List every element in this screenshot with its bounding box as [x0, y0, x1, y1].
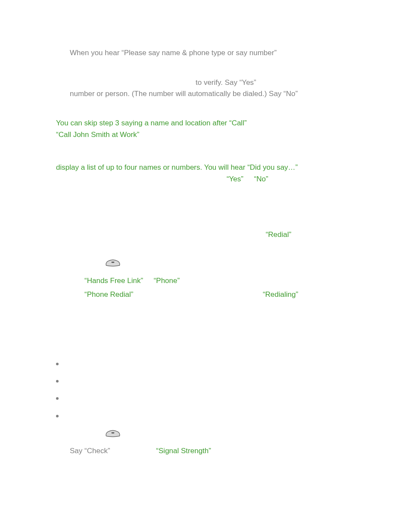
- tip2-yes-quote: “Yes”: [227, 175, 243, 183]
- redial-s2-q2: “Phone”: [154, 277, 180, 285]
- redial-intro-a: This feature allows you to redial the la…: [56, 230, 266, 239]
- tip2-no-quote: “No”: [254, 175, 268, 183]
- redial-step-2: Say “Hands Free Link” or “Phone” clearly…: [70, 275, 368, 286]
- tip-skip-step: You can skip step 3 saying a name and lo…: [56, 118, 368, 140]
- step4-end: to cancel.: [298, 90, 331, 98]
- copyright: ©2014 VOXX International: [56, 498, 368, 509]
- svg-rect-1: [111, 432, 114, 433]
- battery-step-1: Press the voice button on the steering w…: [70, 428, 368, 443]
- tip-did-you-say: If HandsFreeLink does not recognize the …: [56, 151, 368, 196]
- redial-s2-b: clearly.: [180, 277, 204, 285]
- step4-mid: to verify. Say: [196, 78, 240, 87]
- tip1-a: You can skip step 3 saying a name and lo…: [56, 119, 229, 127]
- bullet-icon: [56, 397, 59, 400]
- battery-b2: Roaming status: [65, 376, 368, 387]
- tip1-ex-quote: “Call John Smith at Work”: [56, 131, 139, 139]
- redial-s2-a: Say: [70, 277, 84, 285]
- tip1-call-quote: “Call”: [229, 119, 247, 127]
- tip2-or: or: [243, 175, 254, 183]
- battery-b3: Battery level: [65, 393, 368, 404]
- redial-s3-b: . HandsFreeLink will respond by saying: [133, 290, 262, 299]
- step3-quote: “Please say name & phone type or say num…: [121, 49, 277, 57]
- battery-s1-a: Press the: [70, 430, 103, 439]
- redial-s1-a: Press the: [70, 260, 103, 268]
- redial-s3-a: Say: [70, 290, 84, 299]
- step3-prefix: When you hear: [70, 49, 121, 57]
- redial-s3-q2: “Redialing”: [263, 290, 298, 299]
- step4-cont2: number or person. (The number will autom…: [70, 90, 283, 98]
- redial-quote: “Redial”: [266, 230, 292, 239]
- call-step-4: HandsFreeLink will repeat the number to …: [70, 77, 368, 100]
- battery-s2-then: and then say: [110, 447, 156, 455]
- call-step-3: When you hear “Please say name & phone t…: [70, 47, 368, 70]
- redial-s2-or: or: [143, 277, 154, 285]
- redial-heading: Redialing: [56, 218, 368, 229]
- tip2-b: display a list of up to four names or nu…: [56, 163, 247, 171]
- step4-cont: to dial the: [256, 78, 290, 87]
- bullet-icon: [56, 415, 59, 417]
- redial-s2-q1: “Hands Free Link”: [84, 277, 143, 285]
- bullet-icon: [56, 380, 59, 383]
- battery-s2-ss-quote: “Signal Strength”: [156, 447, 211, 455]
- battery-s2-check-quote: “Check”: [84, 447, 110, 455]
- battery-b4: Supported by the connected phone: [65, 411, 368, 422]
- redial-step-1: Press the voice button on the steering w…: [70, 258, 368, 272]
- tip1-b: . For example, say: [247, 119, 307, 127]
- voice-button-icon: [105, 428, 121, 443]
- step4-prefix: HandsFreeLink will repeat the number: [70, 78, 196, 87]
- battery-bullet-1: Network signal strength: [56, 359, 368, 370]
- step4-yes-quote: “Yes”: [240, 78, 256, 87]
- redial-s1-b: voice button on the steering wheel.: [123, 260, 238, 268]
- tip2-did-quote: “Did you say…”: [247, 163, 298, 171]
- battery-bullet-2: Roaming status: [56, 376, 368, 387]
- battery-bullet-4: Supported by the connected phone: [56, 411, 368, 422]
- battery-intro: Items which can be verified include:: [56, 341, 368, 352]
- battery-s1-b: voice button on the steering wheel.: [123, 430, 238, 439]
- bullet-icon: [56, 363, 59, 365]
- battery-heading: Checking Your Phone's Signal Strength, R…: [56, 330, 368, 341]
- page-number: 19: [56, 486, 368, 498]
- battery-b1: Network signal strength: [65, 359, 368, 370]
- redial-intro: This feature allows you to redial the la…: [56, 229, 368, 252]
- tip2-c: followed by the first name or number on …: [56, 175, 227, 183]
- tip2-a: If HandsFreeLink does not recognize the …: [56, 152, 293, 160]
- battery-step-2: Say “Check” and then say “Signal Strengt…: [70, 445, 368, 468]
- svg-rect-0: [111, 262, 114, 263]
- battery-s2-a: Say: [70, 447, 84, 455]
- voice-button-icon: [105, 258, 121, 272]
- step4-no-quote: “No”: [283, 90, 298, 98]
- redial-s3-q1: “Phone Redial”: [84, 290, 133, 299]
- redial-step-3: Say “Phone Redial”. HandsFreeLink will r…: [70, 289, 368, 312]
- tip1-c: and the call will be placed.: [139, 131, 227, 139]
- battery-bullet-3: Battery level: [56, 393, 368, 404]
